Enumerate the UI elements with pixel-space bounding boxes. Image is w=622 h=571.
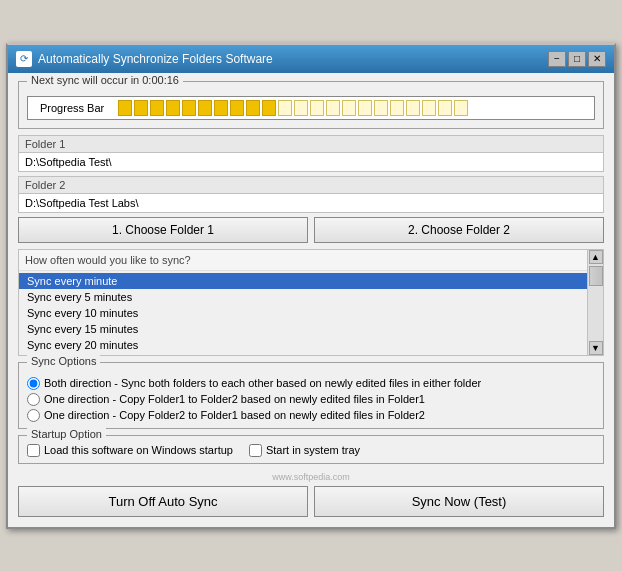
title-bar: ⟳ Automatically Synchronize Folders Soft… bbox=[8, 45, 614, 73]
timer-group: Next sync will occur in 0:00:16 Progress… bbox=[18, 81, 604, 129]
scroll-down-arrow[interactable]: ▼ bbox=[589, 341, 603, 355]
folder2-label: Folder 2 bbox=[18, 176, 604, 193]
sync-options-title: Sync Options bbox=[27, 355, 100, 367]
sync-option-1-label: One direction - Copy Folder1 to Folder2 … bbox=[44, 393, 425, 405]
progress-segment-17 bbox=[390, 100, 404, 116]
choose-buttons-row: 1. Choose Folder 1 2. Choose Folder 2 bbox=[18, 217, 604, 243]
folder2-input[interactable] bbox=[18, 193, 604, 213]
minimize-button[interactable]: − bbox=[548, 51, 566, 67]
sync-freq-header: How often would you like to sync? bbox=[19, 250, 587, 271]
window-controls: − □ ✕ bbox=[548, 51, 606, 67]
sync-freq-wrapper: How often would you like to sync? Sync e… bbox=[18, 249, 604, 356]
progress-segment-16 bbox=[374, 100, 388, 116]
progress-segment-13 bbox=[326, 100, 340, 116]
startup-title: Startup Option bbox=[27, 428, 106, 440]
progress-bar-wrapper: Progress Bar bbox=[27, 96, 595, 120]
sync-now-button[interactable]: Sync Now (Test) bbox=[314, 486, 604, 517]
sync-freq-scrollbar[interactable]: ▲ ▼ bbox=[587, 250, 603, 355]
sync-freq-list[interactable]: Sync every minuteSync every 5 minutesSyn… bbox=[19, 271, 587, 355]
sync-option-2-radio[interactable] bbox=[27, 409, 40, 422]
progress-segment-21 bbox=[454, 100, 468, 116]
sync-freq-item-3[interactable]: Sync every 15 minutes bbox=[19, 321, 587, 337]
startup-group: Startup Option Load this software on Win… bbox=[18, 435, 604, 464]
choose-folder2-button[interactable]: 2. Choose Folder 2 bbox=[314, 217, 604, 243]
load-startup-label: Load this software on Windows startup bbox=[44, 444, 233, 456]
folder1-input[interactable] bbox=[18, 152, 604, 172]
progress-segment-7 bbox=[230, 100, 244, 116]
app-icon: ⟳ bbox=[16, 51, 32, 67]
scroll-up-arrow[interactable]: ▲ bbox=[589, 250, 603, 264]
timer-label: Next sync will occur in 0:00:16 bbox=[27, 74, 183, 86]
sync-freq-item-0[interactable]: Sync every minute bbox=[19, 273, 587, 289]
progress-segment-8 bbox=[246, 100, 260, 116]
progress-segment-4 bbox=[182, 100, 196, 116]
progress-segment-5 bbox=[198, 100, 212, 116]
progress-bar bbox=[28, 97, 468, 119]
progress-segment-1 bbox=[134, 100, 148, 116]
load-startup-item: Load this software on Windows startup bbox=[27, 444, 233, 457]
tray-startup-label: Start in system tray bbox=[266, 444, 360, 456]
main-window: ⟳ Automatically Synchronize Folders Soft… bbox=[6, 43, 616, 529]
load-startup-checkbox[interactable] bbox=[27, 444, 40, 457]
progress-segment-20 bbox=[438, 100, 452, 116]
close-button[interactable]: ✕ bbox=[588, 51, 606, 67]
sync-option-0-radio[interactable] bbox=[27, 377, 40, 390]
sync-option-2-label: One direction - Copy Folder2 to Folder1 … bbox=[44, 409, 425, 421]
progress-segment-14 bbox=[342, 100, 356, 116]
maximize-button[interactable]: □ bbox=[568, 51, 586, 67]
progress-segment-18 bbox=[406, 100, 420, 116]
scroll-thumb[interactable] bbox=[589, 266, 603, 286]
folder2-section: Folder 2 bbox=[18, 176, 604, 213]
tray-startup-checkbox[interactable] bbox=[249, 444, 262, 457]
sync-freq-item-4[interactable]: Sync every 20 minutes bbox=[19, 337, 587, 353]
progress-segment-15 bbox=[358, 100, 372, 116]
progress-segment-9 bbox=[262, 100, 276, 116]
turn-off-button[interactable]: Turn Off Auto Sync bbox=[18, 486, 308, 517]
sync-options-group: Sync Options Both direction - Sync both … bbox=[18, 362, 604, 429]
bottom-buttons-row: Turn Off Auto Sync Sync Now (Test) bbox=[18, 486, 604, 517]
choose-folder1-button[interactable]: 1. Choose Folder 1 bbox=[18, 217, 308, 243]
startup-row: Load this software on Windows startup St… bbox=[27, 444, 595, 457]
sync-option-2-row: One direction - Copy Folder2 to Folder1 … bbox=[27, 409, 595, 422]
watermark: www.softpedia.com bbox=[18, 472, 604, 482]
progress-segment-2 bbox=[150, 100, 164, 116]
tray-startup-item: Start in system tray bbox=[249, 444, 360, 457]
progress-segment-10 bbox=[278, 100, 292, 116]
sync-option-1-radio[interactable] bbox=[27, 393, 40, 406]
sync-freq-item-1[interactable]: Sync every 5 minutes bbox=[19, 289, 587, 305]
folder1-section: Folder 1 bbox=[18, 135, 604, 172]
progress-segment-12 bbox=[310, 100, 324, 116]
progress-segment-19 bbox=[422, 100, 436, 116]
sync-option-0-row: Both direction - Sync both folders to ea… bbox=[27, 377, 595, 390]
progress-segment-6 bbox=[214, 100, 228, 116]
sync-option-0-label: Both direction - Sync both folders to ea… bbox=[44, 377, 481, 389]
progress-segment-3 bbox=[166, 100, 180, 116]
title-bar-left: ⟳ Automatically Synchronize Folders Soft… bbox=[16, 51, 273, 67]
content-area: Next sync will occur in 0:00:16 Progress… bbox=[8, 73, 614, 527]
sync-freq-main: How often would you like to sync? Sync e… bbox=[19, 250, 587, 355]
window-title: Automatically Synchronize Folders Softwa… bbox=[38, 52, 273, 66]
progress-segment-11 bbox=[294, 100, 308, 116]
sync-option-1-row: One direction - Copy Folder1 to Folder2 … bbox=[27, 393, 595, 406]
progress-segment-0 bbox=[118, 100, 132, 116]
sync-freq-item-2[interactable]: Sync every 10 minutes bbox=[19, 305, 587, 321]
folder1-label: Folder 1 bbox=[18, 135, 604, 152]
